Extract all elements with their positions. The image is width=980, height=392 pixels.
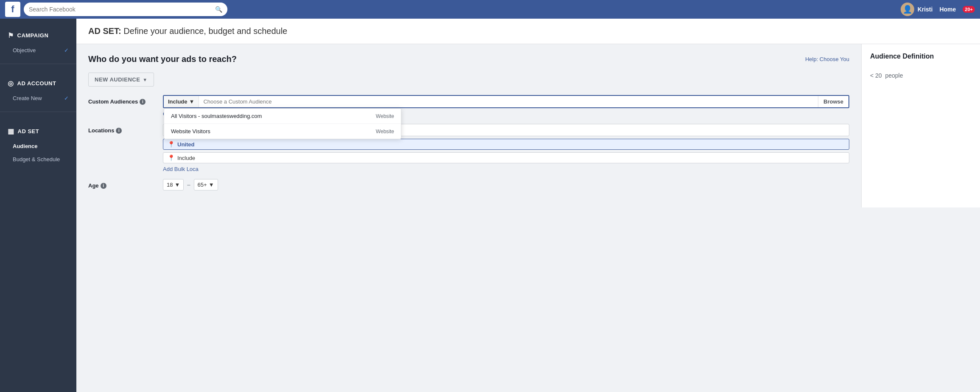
objective-check-icon: ✓ (64, 47, 69, 53)
search-bar[interactable]: 🔍 (24, 3, 227, 16)
min-age-select[interactable]: 18 ▼ (163, 179, 184, 190)
campaign-icon: ⚑ (8, 31, 14, 39)
include-dropdown[interactable]: Include ▼ (164, 96, 199, 107)
search-input[interactable] (29, 6, 213, 13)
locations-label: Locations i (88, 124, 156, 134)
dropdown-item-name: All Visitors - soulmasteswedding.com (171, 113, 262, 119)
sidebar-item-budget-schedule[interactable]: Budget & Schedule (0, 153, 76, 166)
custom-audiences-row: Custom Audiences i Include ▼ Browse (88, 95, 849, 117)
include-label: Include (168, 98, 188, 105)
ad-account-icon: ◎ (8, 79, 14, 87)
sidebar-divider-2 (0, 112, 76, 112)
sidebar-audience-label: Audience (13, 143, 38, 149)
include-tag-label: Include (177, 155, 195, 161)
sidebar-campaign-label: CAMPAIGN (17, 32, 49, 39)
dropdown-item-name-2: Website Visitors (171, 128, 210, 134)
min-age-chevron: ▼ (174, 182, 180, 188)
create-new-check-icon: ✓ (64, 95, 69, 101)
max-age-value: 65+ (198, 182, 207, 188)
max-age-chevron: ▼ (209, 182, 214, 188)
min-age-value: 18 (167, 182, 173, 188)
include-chevron-icon: ▼ (189, 98, 195, 105)
age-info-icon[interactable]: i (101, 183, 106, 189)
dropdown-item-website-visitors[interactable]: Website Visitors Website (164, 124, 401, 139)
location-tag: 📍 United (163, 139, 849, 150)
audience-definition-title: Audience Definition (870, 53, 972, 60)
custom-audience-text-input[interactable] (199, 96, 818, 107)
custom-audiences-label: Custom Audiences i (88, 95, 156, 105)
audience-section-title: Who do you want your ads to reach? (88, 54, 237, 64)
sidebar: ⚑ CAMPAIGN Objective ✓ ◎ AD ACCOUNT Crea… (0, 19, 76, 392)
main-content: AD SET: Define your audience, budget and… (76, 19, 980, 392)
age-control: 18 ▼ – 65+ ▼ (163, 179, 849, 190)
age-label: Age i (88, 179, 156, 189)
sidebar-item-audience[interactable]: Audience (0, 140, 76, 153)
include-tag-pin-icon: 📍 (168, 154, 175, 161)
sidebar-objective-label: Objective (13, 47, 36, 53)
sidebar-section-adaccount: ◎ AD ACCOUNT Create New ✓ (0, 67, 76, 109)
location-tag-label: United (177, 141, 194, 148)
max-age-select[interactable]: 65+ ▼ (194, 179, 218, 190)
browse-button[interactable]: Browse (818, 96, 848, 107)
adset-title-prefix: AD SET: (88, 26, 121, 36)
sidebar-create-new-label: Create New (13, 95, 42, 101)
audience-size-prefix: < 20 (870, 72, 882, 79)
audience-size-unit: people (885, 72, 903, 79)
adset-header: AD SET: Define your audience, budget and… (76, 19, 980, 44)
add-bulk-locations-link[interactable]: Add Bulk Loca (163, 166, 849, 172)
main-form: Who do you want your ads to reach? Help:… (76, 44, 861, 207)
new-audience-button[interactable]: NEW AUDIENCE ▼ (88, 73, 154, 87)
audience-size: < 20 people (870, 67, 972, 81)
audience-top: Who do you want your ads to reach? Help:… (88, 54, 849, 64)
custom-audience-input-wrapper: Include ▼ Browse All Visitors - soulmast… (163, 95, 849, 108)
sidebar-divider-1 (0, 64, 76, 64)
sidebar-header-adaccount: ◎ AD ACCOUNT (0, 75, 76, 92)
sidebar-section-adset: ▦ AD SET Audience Budget & Schedule (0, 115, 76, 170)
two-col-layout: Who do you want your ads to reach? Help:… (76, 44, 980, 207)
audience-definition-panel: Audience Definition < 20 people (861, 44, 980, 207)
sidebar-item-create-new[interactable]: Create New ✓ (0, 92, 76, 105)
sidebar-adset-label: AD SET (18, 128, 39, 134)
notification-badge[interactable]: 20+ (963, 6, 975, 13)
home-link[interactable]: Home (939, 6, 956, 13)
age-dash: – (187, 182, 190, 188)
sidebar-header-campaign: ⚑ CAMPAIGN (0, 27, 76, 44)
new-audience-label: NEW AUDIENCE (95, 76, 140, 83)
app-layout: ⚑ CAMPAIGN Objective ✓ ◎ AD ACCOUNT Crea… (0, 19, 980, 392)
locations-info-icon[interactable]: i (116, 128, 122, 134)
dropdown-item-type-2: Website (376, 129, 394, 134)
dropdown-item-all-visitors[interactable]: All Visitors - soulmasteswedding.com Web… (164, 109, 401, 124)
ad-set-icon: ▦ (8, 127, 14, 135)
age-selector: 18 ▼ – 65+ ▼ (163, 179, 849, 190)
sidebar-header-adset: ▦ AD SET (0, 123, 76, 140)
sidebar-section-campaign: ⚑ CAMPAIGN Objective ✓ (0, 19, 76, 61)
top-navigation: f 🔍 👤 Kristi Home 20+ (0, 0, 980, 19)
facebook-logo: f (5, 2, 20, 17)
sidebar-item-objective[interactable]: Objective ✓ (0, 44, 76, 57)
help-link[interactable]: Help: Choose You (805, 56, 849, 62)
age-row: Age i 18 ▼ – 65+ ▼ (88, 179, 849, 190)
nav-right: 👤 Kristi Home 20+ (901, 3, 975, 16)
custom-audience-dropdown: All Visitors - soulmasteswedding.com Web… (164, 108, 401, 139)
dropdown-item-type: Website (376, 113, 394, 119)
search-icon: 🔍 (215, 6, 222, 13)
custom-audiences-control: Include ▼ Browse All Visitors - soulmast… (163, 95, 849, 117)
chevron-down-icon: ▼ (143, 77, 147, 82)
sidebar-adaccount-label: AD ACCOUNT (17, 80, 56, 87)
sidebar-budget-label: Budget & Schedule (13, 156, 60, 162)
adset-title-text: Define your audience, budget and schedul… (123, 26, 287, 36)
adset-title: AD SET: Define your audience, budget and… (88, 26, 968, 36)
user-name: Kristi (918, 6, 933, 13)
avatar: 👤 (901, 3, 914, 16)
include-tag[interactable]: 📍 Include (163, 152, 849, 163)
custom-audiences-info-icon[interactable]: i (140, 99, 146, 105)
location-pin-icon: 📍 (168, 141, 175, 148)
user-nav[interactable]: 👤 Kristi (901, 3, 933, 16)
